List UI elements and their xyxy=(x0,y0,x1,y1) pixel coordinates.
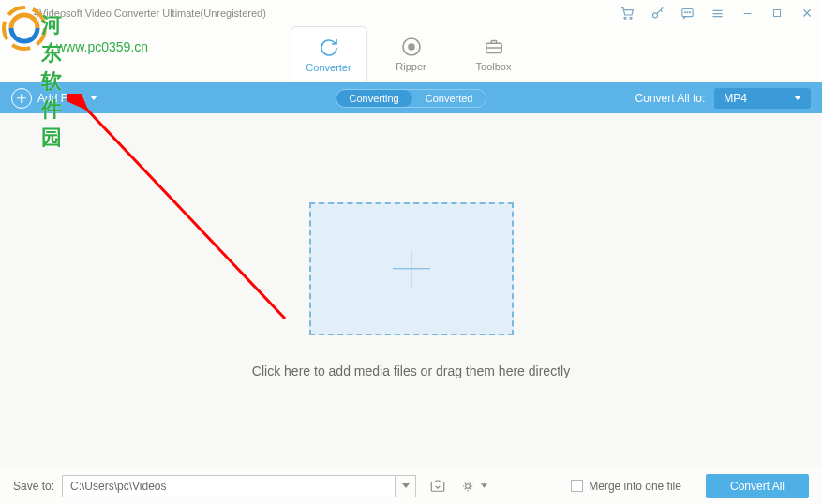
convert-format-value: MP4 xyxy=(724,92,747,105)
header: 4Videosoft Video Converter Ultimate(Unre… xyxy=(0,0,822,82)
nav-tab-toolbox[interactable]: Toolbox xyxy=(456,26,532,82)
key-icon[interactable] xyxy=(650,6,665,21)
drop-zone-text: Click here to add media files or drag th… xyxy=(252,363,570,378)
convert-all-section: Convert All to: MP4 xyxy=(635,88,811,109)
settings-button[interactable] xyxy=(459,475,487,497)
svg-point-6 xyxy=(689,11,690,12)
center-tabs: Converting Converted xyxy=(336,89,487,108)
minimize-button[interactable] xyxy=(740,6,755,21)
svg-point-1 xyxy=(630,17,632,19)
nav-tab-label: Toolbox xyxy=(476,61,512,72)
drop-zone[interactable] xyxy=(309,202,514,335)
nav-tab-converter[interactable]: Converter xyxy=(291,26,367,82)
nav-tabs: Converter Ripper Toolbox xyxy=(0,26,822,82)
svg-point-0 xyxy=(624,17,626,19)
menu-icon[interactable] xyxy=(710,6,725,21)
convert-all-label: Convert All to: xyxy=(635,92,706,105)
cart-icon[interactable] xyxy=(620,6,635,21)
title-bar: 4Videosoft Video Converter Ultimate(Unre… xyxy=(0,0,822,26)
nav-tab-label: Converter xyxy=(306,62,351,73)
action-bar: Add Files Converting Converted Convert A… xyxy=(0,82,822,113)
save-path-field[interactable]: C:\Users\pc\Videos xyxy=(62,475,396,497)
svg-point-5 xyxy=(687,11,688,12)
svg-rect-11 xyxy=(431,482,444,491)
window-controls: × xyxy=(620,6,815,21)
tab-converted[interactable]: Converted xyxy=(412,90,486,107)
save-path-value: C:\Users\pc\Videos xyxy=(70,480,167,493)
add-files-button[interactable]: Add Files xyxy=(11,88,97,109)
refresh-icon xyxy=(316,37,342,58)
svg-point-12 xyxy=(466,483,471,488)
chevron-down-icon xyxy=(90,96,97,100)
maximize-button[interactable] xyxy=(770,6,785,21)
svg-point-4 xyxy=(684,11,685,12)
tab-converting[interactable]: Converting xyxy=(336,90,412,107)
save-to-label: Save to: xyxy=(13,480,54,493)
merge-label: Merge into one file xyxy=(589,480,681,493)
svg-rect-7 xyxy=(774,10,781,17)
chevron-down-icon xyxy=(794,96,801,100)
add-files-label: Add Files xyxy=(37,92,84,105)
convert-format-dropdown[interactable]: MP4 xyxy=(714,88,811,109)
checkbox-icon xyxy=(571,480,583,492)
nav-tab-ripper[interactable]: Ripper xyxy=(373,26,450,82)
toolbox-icon xyxy=(481,37,507,57)
footer: Save to: C:\Users\pc\Videos Merge into o… xyxy=(0,467,822,504)
svg-point-9 xyxy=(409,44,414,50)
close-button[interactable]: × xyxy=(800,6,815,21)
merge-checkbox[interactable]: Merge into one file xyxy=(571,480,681,493)
save-path-dropdown[interactable] xyxy=(396,475,416,497)
open-folder-button[interactable] xyxy=(424,475,452,497)
feedback-icon[interactable] xyxy=(680,6,695,21)
app-title: 4Videosoft Video Converter Ultimate(Unre… xyxy=(34,7,266,19)
plus-circle-icon xyxy=(11,88,32,109)
content-area: Click here to add media files or drag th… xyxy=(0,113,822,467)
convert-all-button[interactable]: Convert All xyxy=(706,474,809,498)
plus-icon xyxy=(393,250,430,288)
nav-tab-label: Ripper xyxy=(396,61,426,72)
record-icon xyxy=(398,37,425,57)
